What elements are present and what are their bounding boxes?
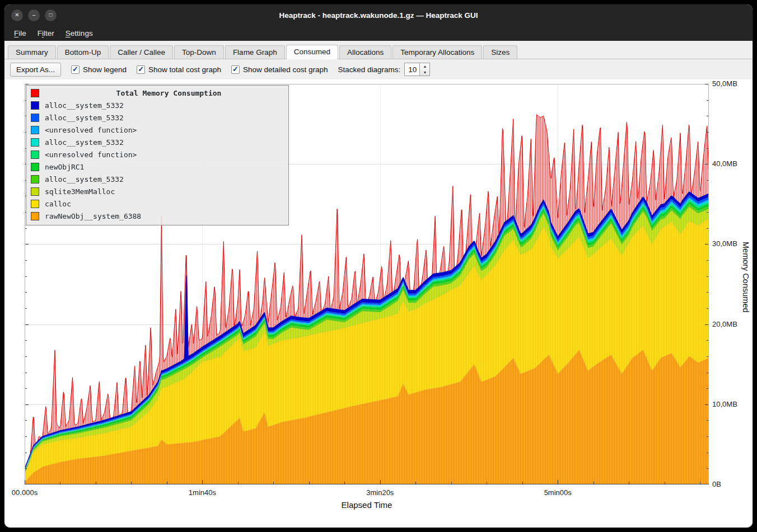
legend-label: <unresolved function>: [45, 150, 137, 159]
tab-top-down[interactable]: Top-Down: [174, 45, 224, 59]
tab-temporary-allocations[interactable]: Temporary Allocations: [392, 45, 482, 59]
checkbox-label: Show total cost graph: [148, 65, 221, 74]
tab-summary[interactable]: Summary: [8, 45, 56, 59]
legend-item: alloc__system_5332: [26, 99, 288, 111]
menu-filter[interactable]: Filter: [32, 27, 59, 39]
y-tick-label: 50,0MB: [712, 79, 737, 88]
minimize-icon: –: [32, 12, 36, 18]
legend-color-swatch: [31, 163, 39, 171]
stacked-diagrams-label: Stacked diagrams:: [338, 65, 401, 74]
tab-flame-graph[interactable]: Flame Graph: [225, 45, 285, 59]
close-button[interactable]: ✕: [11, 10, 23, 21]
legend-item: <unresolved function>: [26, 148, 288, 161]
x-tick-label: 3min20s: [366, 488, 394, 497]
legend-item: alloc__system_5332: [26, 173, 288, 185]
legend-label: alloc__system_5332: [45, 101, 124, 110]
menu-bar: FileFilterSettings: [4, 26, 753, 41]
checkbox-show-detailed-cost-graph[interactable]: Show detailed cost graph: [231, 65, 328, 74]
spinbox-up-icon[interactable]: ▲: [420, 63, 429, 69]
legend-color-swatch: [31, 212, 39, 220]
menu-settings[interactable]: Settings: [60, 27, 98, 39]
y-tick-label: 0B: [712, 480, 721, 488]
checkbox-show-total-cost-graph[interactable]: Show total cost graph: [137, 65, 221, 74]
tab-bottom-up[interactable]: Bottom-Up: [57, 45, 109, 59]
stacked-diagrams-spinbox[interactable]: 10 ▲ ▼: [404, 63, 430, 76]
x-axis-title: Elapsed Time: [25, 500, 709, 510]
y-tick-label: 10,0MB: [712, 400, 737, 408]
checkbox-label: Show detailed cost graph: [243, 65, 328, 74]
checkmark-icon: [231, 65, 240, 74]
legend-color-swatch: [31, 89, 39, 97]
spinbox-down-icon[interactable]: ▼: [420, 69, 429, 76]
maximize-icon: □: [49, 12, 52, 18]
window-controls: ✕–□: [11, 4, 57, 26]
tab-caller-callee[interactable]: Caller / Callee: [110, 45, 173, 59]
spinbox-steppers: ▲ ▼: [420, 63, 430, 76]
legend-label: rawNewObj__system_6388: [45, 212, 141, 220]
legend-title: Total Memory Consumption: [26, 87, 297, 99]
tab-sizes[interactable]: Sizes: [483, 45, 517, 59]
toolbar: Export As... Show legendShow total cost …: [4, 59, 753, 79]
legend-label: newObjRC1: [45, 163, 84, 171]
checkmark-icon: [137, 65, 145, 74]
legend-item: calloc: [26, 197, 288, 210]
checkbox-show-legend[interactable]: Show legend: [71, 65, 127, 74]
legend-label: Total Memory Consumption: [45, 89, 293, 97]
legend-label: calloc: [45, 200, 71, 208]
legend-item: alloc__system_5332: [26, 111, 288, 124]
checkbox-group: Show legendShow total cost graphShow det…: [71, 65, 328, 74]
legend-item: alloc__system_5332: [26, 136, 288, 148]
legend-label: alloc__system_5332: [45, 114, 124, 122]
export-as-button[interactable]: Export As...: [10, 63, 61, 77]
app-window: ✕–□ Heaptrack - heaptrack.wakunode.1.gz …: [4, 4, 753, 528]
legend-item: sqlite3MemMalloc: [26, 185, 288, 197]
legend-item: rawNewObj__system_6388: [26, 210, 288, 222]
tab-allocations[interactable]: Allocations: [339, 45, 391, 59]
x-tick-label: 1min40s: [189, 488, 216, 497]
window-title: Heaptrack - heaptrack.wakunode.1.gz — He…: [4, 11, 753, 20]
maximize-button[interactable]: □: [45, 10, 57, 21]
chart-legend: Total Memory Consumptionalloc__system_53…: [26, 85, 289, 225]
x-tick-label: 00.000s: [12, 488, 38, 497]
chart-area: Total Memory Consumptionalloc__system_53…: [4, 79, 753, 528]
tab-consumed[interactable]: Consumed: [286, 45, 338, 59]
legend-item: <unresolved function>: [26, 124, 288, 136]
tab-bar: SummaryBottom-UpCaller / CalleeTop-DownF…: [4, 41, 753, 59]
menu-file[interactable]: File: [9, 27, 31, 39]
checkbox-label: Show legend: [83, 65, 127, 74]
legend-color-swatch: [31, 126, 39, 134]
minimize-button[interactable]: –: [28, 10, 40, 21]
legend-color-swatch: [31, 187, 39, 196]
y-tick-label: 30,0MB: [712, 239, 737, 248]
legend-label: alloc__system_5332: [45, 175, 124, 183]
legend-color-swatch: [31, 101, 39, 110]
legend-label: <unresolved function>: [45, 126, 137, 134]
title-bar: ✕–□ Heaptrack - heaptrack.wakunode.1.gz …: [4, 4, 753, 26]
close-icon: ✕: [15, 12, 19, 18]
y-tick-label: 40,0MB: [712, 159, 737, 168]
x-tick-label: 5min00s: [544, 488, 572, 497]
y-axis-title: Memory Consumed: [741, 242, 750, 313]
y-tick-label: 20,0MB: [712, 320, 737, 328]
legend-label: alloc__system_5332: [45, 138, 124, 147]
legend-color-swatch: [31, 150, 39, 159]
legend-color-swatch: [31, 138, 39, 147]
legend-color-swatch: [31, 175, 39, 183]
checkmark-icon: [71, 65, 80, 74]
legend-color-swatch: [31, 200, 39, 208]
legend-label: sqlite3MemMalloc: [45, 187, 115, 196]
legend-item: newObjRC1: [26, 161, 288, 173]
stacked-diagrams-value[interactable]: 10: [404, 63, 420, 76]
legend-color-swatch: [31, 114, 39, 122]
